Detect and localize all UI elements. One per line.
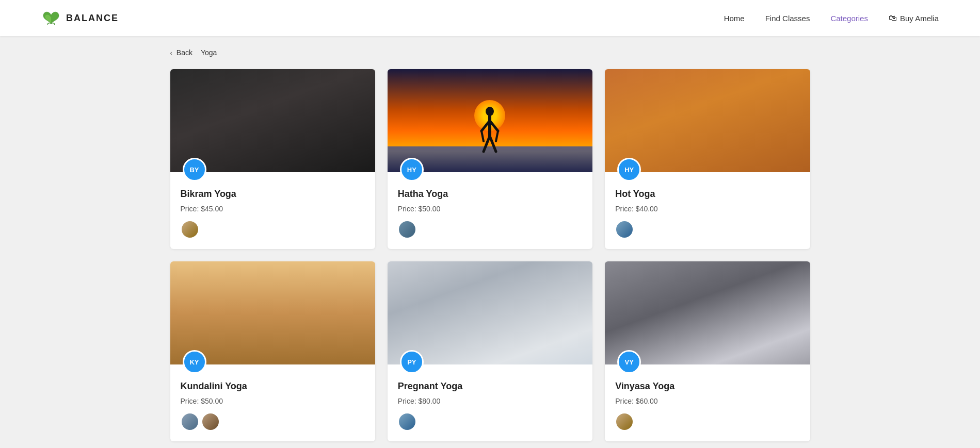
card-avatars xyxy=(181,220,365,239)
card-body: Hatha Yoga Price: $50.00 xyxy=(388,172,592,249)
logo-icon xyxy=(41,10,61,26)
card-image xyxy=(170,261,375,364)
card-title: Hatha Yoga xyxy=(398,189,582,200)
card-hatha-yoga[interactable]: HY Hatha Yoga Price: $50.00 xyxy=(388,69,592,249)
card-price: Price: $40.00 xyxy=(615,205,799,213)
avatar xyxy=(201,412,220,431)
svg-line-4 xyxy=(484,136,490,152)
card-body: Vinyasa Yoga Price: $60.00 xyxy=(605,364,810,441)
card-body: Hot Yoga Price: $40.00 xyxy=(605,172,810,249)
breadcrumb: ‹ Back Yoga xyxy=(170,48,810,57)
nav-buy-amelia[interactable]: 🛍 Buy Amelia xyxy=(889,13,939,23)
header: BALANCE Home Find Classes Categories 🛍 B… xyxy=(0,0,980,36)
card-image xyxy=(388,261,592,364)
card-bikram-yoga[interactable]: BY Bikram Yoga Price: $45.00 xyxy=(170,69,375,249)
avatar xyxy=(398,220,416,239)
avatar xyxy=(615,220,634,239)
card-price: Price: $45.00 xyxy=(181,205,365,213)
card-badge: HY xyxy=(617,158,641,181)
card-pregnant-yoga[interactable]: PY Pregnant Yoga Price: $80.00 xyxy=(388,261,592,441)
logo-text: BALANCE xyxy=(66,13,119,24)
card-price: Price: $60.00 xyxy=(615,397,799,405)
avatar xyxy=(398,412,416,431)
back-arrow-icon: ‹ xyxy=(170,49,172,57)
card-avatars xyxy=(615,220,799,239)
card-badge: KY xyxy=(183,350,206,374)
card-body: Kundalini Yoga Price: $50.00 xyxy=(170,364,375,441)
card-badge: PY xyxy=(400,350,424,374)
nav-find-classes[interactable]: Find Classes xyxy=(765,14,810,23)
yoga-silhouette xyxy=(474,105,505,167)
svg-line-5 xyxy=(490,136,496,152)
card-price: Price: $80.00 xyxy=(398,397,582,405)
main-nav: Home Find Classes Categories 🛍 Buy Ameli… xyxy=(724,13,939,23)
card-badge: VY xyxy=(617,350,641,374)
nav-categories[interactable]: Categories xyxy=(830,14,868,23)
card-price: Price: $50.00 xyxy=(398,205,582,213)
logo[interactable]: BALANCE xyxy=(41,10,119,26)
card-hot-yoga[interactable]: HY Hot Yoga Price: $40.00 xyxy=(605,69,810,249)
card-image xyxy=(388,69,592,172)
card-title: Bikram Yoga xyxy=(181,189,365,200)
breadcrumb-current: Yoga xyxy=(201,48,217,57)
card-title: Hot Yoga xyxy=(615,189,799,200)
card-body: Bikram Yoga Price: $45.00 xyxy=(170,172,375,249)
card-image xyxy=(605,69,810,172)
card-price: Price: $50.00 xyxy=(181,397,365,405)
card-vinyasa-yoga[interactable]: VY Vinyasa Yoga Price: $60.00 xyxy=(605,261,810,441)
avatar xyxy=(615,412,634,431)
main-content: ‹ Back Yoga BY Bikram Yoga Price: $45.00 xyxy=(129,36,852,448)
cards-grid: BY Bikram Yoga Price: $45.00 xyxy=(170,69,810,441)
card-title: Pregnant Yoga xyxy=(398,381,582,392)
svg-line-6 xyxy=(481,131,484,141)
card-title: Kundalini Yoga xyxy=(181,381,365,392)
card-body: Pregnant Yoga Price: $80.00 xyxy=(388,364,592,441)
card-badge: HY xyxy=(400,158,424,181)
avatar xyxy=(181,220,199,239)
card-avatars xyxy=(398,412,582,431)
card-avatars xyxy=(181,412,365,431)
card-kundalini-yoga[interactable]: KY Kundalini Yoga Price: $50.00 xyxy=(170,261,375,441)
card-avatars xyxy=(615,412,799,431)
card-title: Vinyasa Yoga xyxy=(615,381,799,392)
shopping-bag-icon: 🛍 xyxy=(889,13,897,23)
card-image xyxy=(605,261,810,364)
back-link[interactable]: Back xyxy=(176,48,192,57)
nav-home[interactable]: Home xyxy=(724,14,745,23)
card-avatars xyxy=(398,220,582,239)
card-badge: BY xyxy=(183,158,206,181)
svg-line-7 xyxy=(496,131,498,141)
avatar xyxy=(181,412,199,431)
card-image xyxy=(170,69,375,172)
